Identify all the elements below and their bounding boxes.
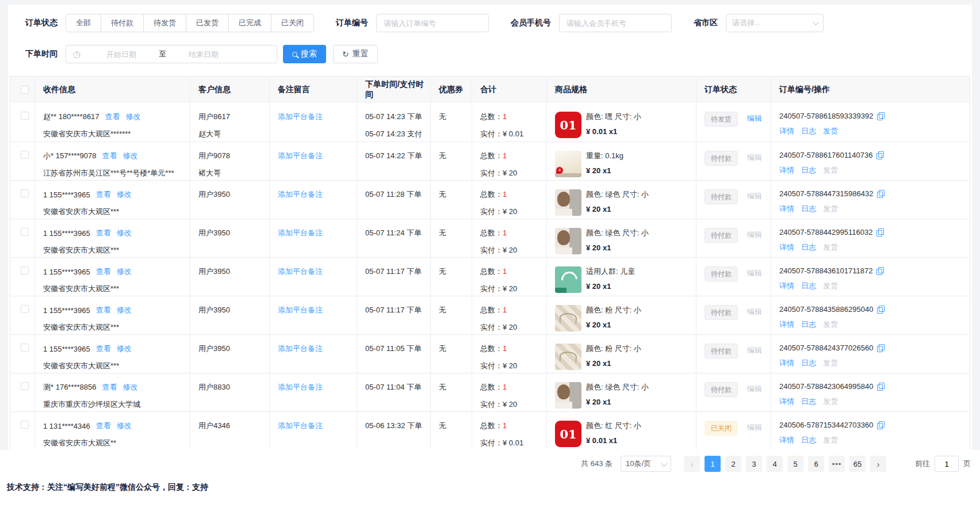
page-button-1[interactable]: 1 (705, 456, 721, 472)
copy-icon[interactable] (877, 421, 884, 429)
select-all-checkbox[interactable] (21, 86, 29, 94)
region-select[interactable]: 请选择... (726, 14, 824, 32)
row-checkbox[interactable] (21, 421, 29, 429)
page-button-3[interactable]: 3 (746, 456, 762, 472)
ship-link[interactable]: 发货 (823, 319, 838, 330)
prev-page-button[interactable]: ‹ (684, 456, 700, 472)
modify-link[interactable]: 修改 (117, 344, 132, 354)
edit-order-link[interactable]: 编辑 (747, 269, 762, 277)
modify-link[interactable]: 修改 (117, 189, 132, 200)
row-checkbox[interactable] (21, 189, 29, 197)
copy-icon[interactable] (876, 228, 883, 237)
edit-order-link[interactable]: 编辑 (747, 153, 762, 162)
add-remark-link[interactable]: 添加平台备注 (278, 383, 323, 391)
member-phone-input[interactable] (559, 14, 672, 32)
ship-link[interactable]: 发货 (823, 435, 838, 445)
view-link[interactable]: 查看 (96, 266, 111, 277)
status-tab-5[interactable]: 已关闭 (271, 14, 314, 32)
page-button-65[interactable]: 65 (849, 456, 866, 472)
copy-icon[interactable] (877, 112, 884, 120)
view-link[interactable]: 查看 (96, 421, 111, 431)
detail-link[interactable]: 详情 (779, 281, 794, 291)
add-remark-link[interactable]: 添加平台备注 (278, 228, 323, 237)
modify-link[interactable]: 修改 (117, 228, 132, 238)
detail-link[interactable]: 详情 (779, 165, 794, 176)
edit-order-link[interactable]: 编辑 (747, 230, 762, 239)
row-checkbox[interactable] (21, 266, 29, 274)
add-remark-link[interactable]: 添加平台备注 (278, 267, 323, 276)
detail-link[interactable]: 详情 (779, 204, 794, 214)
ship-link[interactable]: 发货 (823, 126, 838, 136)
log-link[interactable]: 日志 (801, 126, 816, 136)
row-checkbox[interactable] (21, 228, 29, 236)
log-link[interactable]: 日志 (801, 165, 816, 176)
view-link[interactable]: 查看 (96, 305, 111, 315)
row-checkbox[interactable] (21, 305, 29, 313)
row-checkbox[interactable] (21, 112, 29, 120)
copy-icon[interactable] (876, 151, 883, 159)
copy-icon[interactable] (877, 306, 884, 314)
status-tab-4[interactable]: 已完成 (228, 14, 271, 32)
ship-link[interactable]: 发货 (823, 165, 838, 176)
add-remark-link[interactable]: 添加平台备注 (278, 190, 323, 199)
ship-link[interactable]: 发货 (823, 396, 838, 407)
edit-order-link[interactable]: 编辑 (747, 114, 762, 123)
detail-link[interactable]: 详情 (779, 126, 794, 136)
modify-link[interactable]: 修改 (117, 266, 132, 277)
ship-link[interactable]: 发货 (823, 204, 838, 214)
add-remark-link[interactable]: 添加平台备注 (278, 344, 323, 353)
row-checkbox[interactable] (21, 382, 29, 390)
view-link[interactable]: 查看 (96, 228, 111, 238)
next-page-button[interactable]: › (870, 456, 886, 472)
row-checkbox[interactable] (21, 344, 29, 352)
modify-link[interactable]: 修改 (117, 421, 132, 431)
status-tab-3[interactable]: 已发货 (186, 14, 229, 32)
row-checkbox[interactable] (21, 151, 29, 159)
detail-link[interactable]: 详情 (779, 242, 794, 253)
view-link[interactable]: 查看 (96, 344, 111, 354)
detail-link[interactable]: 详情 (779, 358, 794, 368)
end-date-input[interactable] (166, 50, 241, 59)
copy-icon[interactable] (877, 383, 884, 391)
log-link[interactable]: 日志 (801, 319, 816, 330)
copy-icon[interactable] (877, 190, 884, 198)
detail-link[interactable]: 详情 (779, 396, 794, 407)
status-tab-2[interactable]: 待发货 (143, 14, 186, 32)
page-size-select[interactable]: 10条/页 (621, 456, 671, 472)
add-remark-link[interactable]: 添加平台备注 (278, 151, 323, 160)
ship-link[interactable]: 发货 (823, 242, 838, 253)
log-link[interactable]: 日志 (801, 204, 816, 214)
reset-button[interactable]: ↻ 重置 (333, 45, 378, 63)
copy-icon[interactable] (876, 267, 883, 275)
add-remark-link[interactable]: 添加平台备注 (278, 306, 323, 314)
detail-link[interactable]: 详情 (779, 435, 794, 445)
edit-order-link[interactable]: 编辑 (747, 423, 762, 432)
view-link[interactable]: 查看 (102, 382, 117, 392)
log-link[interactable]: 日志 (801, 242, 816, 253)
modify-link[interactable]: 修改 (123, 151, 138, 161)
modify-link[interactable]: 修改 (117, 305, 132, 315)
log-link[interactable]: 日志 (801, 435, 816, 445)
copy-icon[interactable] (877, 344, 884, 352)
log-link[interactable]: 日志 (801, 358, 816, 368)
page-button-2[interactable]: 2 (725, 456, 741, 472)
view-link[interactable]: 查看 (96, 189, 111, 200)
modify-link[interactable]: 修改 (123, 382, 138, 392)
add-remark-link[interactable]: 添加平台备注 (278, 112, 323, 121)
view-link[interactable]: 查看 (105, 112, 120, 122)
status-tab-0[interactable]: 全部 (66, 14, 101, 32)
page-button-6[interactable]: 6 (808, 456, 824, 472)
log-link[interactable]: 日志 (801, 396, 816, 407)
ship-link[interactable]: 发货 (823, 358, 838, 368)
order-no-input[interactable] (376, 14, 489, 32)
modify-link[interactable]: 修改 (126, 112, 141, 122)
edit-order-link[interactable]: 编辑 (747, 307, 762, 316)
date-range-picker[interactable]: ◷ 至 (66, 45, 277, 63)
view-link[interactable]: 查看 (102, 151, 117, 161)
start-date-input[interactable] (84, 50, 159, 59)
edit-order-link[interactable]: 编辑 (747, 346, 762, 354)
search-button[interactable]: 搜索 (283, 45, 326, 63)
goto-page-input[interactable] (935, 456, 959, 472)
detail-link[interactable]: 详情 (779, 319, 794, 330)
log-link[interactable]: 日志 (801, 281, 816, 291)
